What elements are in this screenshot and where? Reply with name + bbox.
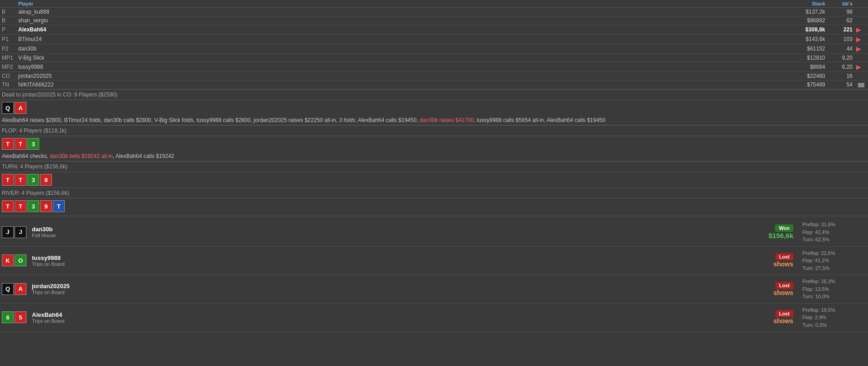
player-pos: MP2 [0,62,16,72]
result-hand-type: Trips on Board [32,318,403,324]
won-amount: $156,6k [769,232,793,239]
player-stack: $308,8k [772,25,827,35]
player-stack: $61152 [772,44,827,54]
playing-card: T [53,200,65,212]
playing-card: 9 [40,200,52,212]
player-flags [854,54,868,62]
player-flags: ▶ [854,44,868,54]
player-bbs: 103 [827,35,854,44]
action-text-part: AlexBah64 checks, [2,153,50,159]
player-stack: $137,2k [772,8,827,16]
result-player-name: AlexBah64 [32,311,403,318]
player-flags: ▶ [854,62,868,72]
result-player-name: tussy9988 [32,254,403,261]
player-flags [854,8,868,16]
playing-card: K [2,254,14,266]
river-cards: TT39T [0,198,868,214]
playing-card: T [2,138,14,150]
stat-turn: Turn: 27,5% [802,264,830,272]
player-name: AlexBah64 [16,25,772,35]
preflop-action: AlexBah64 raises $2800, BTimur24 folds, … [0,116,868,125]
action-text-part: 3 folds [339,117,355,123]
result-stats: Preflop: 19,5%Flop: 2,9%Turn: 0,0% [802,306,866,329]
result-row: KOtussy9988Trips on BoardLostshowsPreflo… [0,247,868,275]
playing-card: 3 [27,200,39,212]
player-bbs: 6,20 [827,62,854,72]
player-pos: MP1 [0,54,16,62]
player-name: jordan202025 [16,72,772,81]
playing-card: 5 [15,311,26,323]
player-pos: B [0,8,16,16]
stat-preflop: Preflop: 31,6% [802,221,835,229]
result-outcome: Won$156,6k [769,224,793,239]
stat-preflop: Preflop: 22,6% [802,249,835,257]
table-row: P1BTimur24$143,6k103▶ [0,35,868,44]
stat-turn: Turn: 10,0% [802,293,830,300]
player-name: alexp_ku888 [16,8,772,16]
action-text-part: AlexBah64 raises $2800, BTimur24 folds, … [2,117,339,123]
result-hand-type: Trips on Board [32,290,403,295]
lost-badge: Lost [776,310,793,317]
stat-flop: Flop: 42,4% [802,229,829,236]
player-pos: CO [0,72,16,81]
result-stats: Preflop: 26,3%Flop: 13,5%Turn: 10,0% [802,278,866,300]
turn-header: TURN: 4 Players ($156,6k) [0,161,868,172]
action-text-part: dan30b bets $19242 all-in [50,153,113,159]
playing-card: T [15,200,26,212]
result-name-area: AlexBah64Trips on Board [32,311,403,324]
playing-card: O [15,254,26,266]
player-flags [854,81,868,89]
won-badge: Won [775,224,793,232]
result-outcome: Lostshows [773,253,793,268]
flop-header: FLOP: 4 Players ($118,1k) [0,125,868,136]
stat-turn: Turn: 62,5% [802,236,830,244]
playing-card: Q [2,283,14,295]
stat-preflop: Preflop: 19,5% [802,306,835,314]
player-pos: TN [0,81,16,89]
player-name: tussy9988 [16,62,772,72]
arrow-icon: ▶ [856,63,861,71]
playing-card: 9 [40,174,52,186]
turn-cards: TT39 [0,172,868,188]
player-stack: $143,6k [772,35,827,44]
result-player-name: jordan202025 [32,283,403,290]
playing-card: A [15,102,26,114]
pos-header [0,0,16,8]
player-stack: $75469 [772,81,827,89]
stat-flop: Flop: 2,9% [802,314,827,321]
playing-card: Q [2,102,14,114]
player-flags: ▶ [854,25,868,35]
result-cards: KO [2,254,27,266]
arrow-icon: ▶ [856,36,861,43]
river-header: RIVER: 4 Players ($156,6k) [0,188,868,198]
player-pos: P1 [0,35,16,44]
table-row: TNNIKITA666222$7546954 [0,81,868,89]
action-text-part: , AlexBah64 calls $19450, [355,117,419,123]
result-name-area: jordan202025Trips on Board [32,283,403,295]
playing-card: T [2,174,14,186]
preflop-cards: QA [0,100,868,116]
stat-flop: Flop: 41,2% [802,257,829,264]
result-outcome: Lostshows [773,310,793,325]
player-stack: $86892 [772,16,827,25]
playing-card: T [2,200,14,212]
action-text-part: , tussy9988 calls $5654 all-in, AlexBah6… [474,117,606,123]
result-cards: JJ [2,226,27,238]
result-stats: Preflop: 22,6%Flop: 41,2%Turn: 27,5% [802,249,866,272]
playing-card: 6 [2,311,14,323]
flags-header [854,0,868,8]
result-player-name: dan30b [32,226,400,233]
result-row: JJdan30bFull HouseWon$156,6kPreflop: 31,… [0,218,868,247]
result-outcome: Lostshows [773,282,793,296]
player-name: NIKITA666222 [16,81,772,89]
table-row: MP1V-Big Slick$128109,20 [0,54,868,62]
result-row: QAjordan202025Trips on BoardLostshowsPre… [0,275,868,304]
table-row: MP2tussy9988$86646,20▶ [0,62,868,72]
player-stack: $22460 [772,72,827,81]
lost-shows: shows [773,289,793,296]
playing-card: 3 [27,174,39,186]
table-row: Balexp_ku888$137,2k98 [0,8,868,16]
player-flags [854,72,868,81]
player-bbs: 98 [827,8,854,16]
playing-card: T [15,174,26,186]
